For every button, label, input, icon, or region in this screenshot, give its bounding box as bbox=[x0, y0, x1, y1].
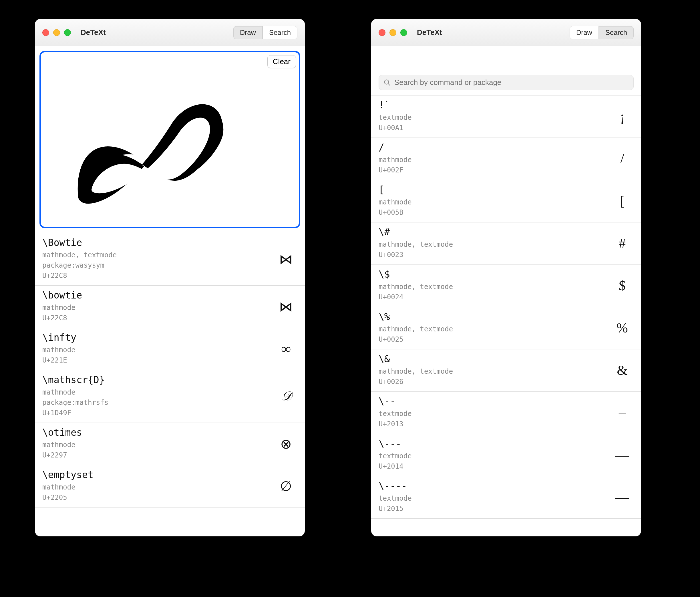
command-label: / bbox=[379, 142, 605, 153]
content-search: !`textmode U+00A1¡/mathmode U+002F/[math… bbox=[371, 46, 641, 537]
app-title: DeTeXt bbox=[81, 28, 106, 37]
command-label: \& bbox=[379, 353, 605, 365]
command-label: \# bbox=[379, 226, 605, 238]
app-window-draw: DeTeXt Draw Search Clear \Bowtiemathmode… bbox=[35, 19, 305, 537]
meta-label: mathmode U+002F bbox=[379, 155, 605, 175]
list-item-text: \$mathmode, textmode U+0024 bbox=[379, 269, 605, 302]
command-label: \$ bbox=[379, 269, 605, 280]
list-item-text: \--textmode U+2013 bbox=[379, 396, 605, 429]
svg-point-0 bbox=[384, 80, 389, 84]
glyph-preview: $ bbox=[611, 278, 634, 293]
meta-label: mathmode, textmode U+0026 bbox=[379, 366, 605, 387]
search-wrap bbox=[371, 46, 641, 95]
list-item[interactable]: \----textmode U+2015― bbox=[371, 476, 641, 519]
meta-label: mathmode package:mathrsfs U+1D49F bbox=[42, 387, 269, 418]
list-item-text: \&mathmode, textmode U+0026 bbox=[379, 353, 605, 387]
list-item[interactable]: \#mathmode, textmode U+0023# bbox=[371, 222, 641, 265]
list-item[interactable]: \emptysetmathmode U+2205∅ bbox=[35, 465, 305, 507]
command-label: \emptyset bbox=[42, 469, 269, 480]
list-item-text: \----textmode U+2015 bbox=[379, 480, 605, 514]
command-label: \mathscr{D} bbox=[42, 374, 269, 385]
list-item[interactable]: \---textmode U+2014— bbox=[371, 434, 641, 476]
list-item[interactable]: \--textmode U+2013– bbox=[371, 392, 641, 434]
app-window-search: DeTeXt Draw Search !`textmode U+00A1¡/ma… bbox=[371, 19, 641, 537]
glyph-preview: ⋈ bbox=[275, 251, 297, 267]
command-label: \Bowtie bbox=[42, 237, 269, 248]
command-label: \% bbox=[379, 311, 605, 322]
glyph-preview: ¡ bbox=[611, 108, 634, 124]
glyph-preview: [ bbox=[611, 193, 634, 209]
zoom-icon[interactable] bbox=[400, 29, 407, 36]
list-item[interactable]: \mathscr{D}mathmode package:mathrsfs U+1… bbox=[35, 370, 305, 423]
zoom-icon[interactable] bbox=[64, 29, 71, 36]
command-label: \--- bbox=[379, 438, 605, 449]
list-item-text: \Bowtiemathmode, textmode package:wasysy… bbox=[42, 237, 269, 281]
command-label: \otimes bbox=[42, 427, 269, 438]
list-item-text: \#mathmode, textmode U+0023 bbox=[379, 226, 605, 260]
traffic-lights bbox=[379, 29, 407, 36]
list-item[interactable]: \otimesmathmode U+2297⊗ bbox=[35, 423, 305, 465]
tab-draw[interactable]: Draw bbox=[233, 26, 262, 39]
mode-tabs: Draw Search bbox=[570, 26, 634, 39]
app-title: DeTeXt bbox=[417, 28, 442, 37]
search-icon bbox=[383, 79, 391, 86]
list-item[interactable]: !`textmode U+00A1¡ bbox=[371, 96, 641, 138]
list-item-text: \mathscr{D}mathmode package:mathrsfs U+1… bbox=[42, 374, 269, 418]
list-item[interactable]: /mathmode U+002F/ bbox=[371, 138, 641, 180]
meta-label: mathmode U+22C8 bbox=[42, 302, 269, 323]
meta-label: textmode U+2015 bbox=[379, 493, 605, 514]
results-list: \Bowtiemathmode, textmode package:wasysy… bbox=[35, 233, 305, 537]
meta-label: mathmode, textmode U+0025 bbox=[379, 324, 605, 345]
mode-tabs: Draw Search bbox=[233, 26, 297, 39]
command-label: \---- bbox=[379, 480, 605, 492]
close-icon[interactable] bbox=[42, 29, 49, 36]
command-label: !` bbox=[379, 99, 605, 111]
minimize-icon[interactable] bbox=[53, 29, 60, 36]
list-item[interactable]: \inftymathmode U+221E∞ bbox=[35, 328, 305, 370]
glyph-preview: ∞ bbox=[275, 341, 297, 356]
drawing-stroke bbox=[41, 52, 299, 227]
minimize-icon[interactable] bbox=[390, 29, 396, 36]
command-label: [ bbox=[379, 184, 605, 195]
meta-label: textmode U+2014 bbox=[379, 451, 605, 471]
glyph-preview: / bbox=[611, 151, 634, 167]
meta-label: textmode U+00A1 bbox=[379, 113, 605, 133]
list-item-text: !`textmode U+00A1 bbox=[379, 99, 605, 133]
list-item[interactable]: \bowtiemathmode U+22C8⋈ bbox=[35, 285, 305, 328]
close-icon[interactable] bbox=[379, 29, 385, 36]
search-field[interactable] bbox=[379, 75, 634, 90]
list-item[interactable]: [mathmode U+005B[ bbox=[371, 180, 641, 222]
tab-draw[interactable]: Draw bbox=[570, 26, 599, 39]
list-item[interactable]: \&mathmode, textmode U+0026& bbox=[371, 349, 641, 392]
list-item[interactable]: \$mathmode, textmode U+0024$ bbox=[371, 265, 641, 307]
canvas-wrap: Clear bbox=[35, 46, 305, 233]
tab-search[interactable]: Search bbox=[262, 26, 297, 39]
tab-search[interactable]: Search bbox=[599, 26, 634, 39]
list-item-text: \%mathmode, textmode U+0025 bbox=[379, 311, 605, 345]
glyph-preview: ― bbox=[611, 489, 634, 505]
list-item[interactable]: \Bowtiemathmode, textmode package:wasysy… bbox=[35, 233, 305, 285]
list-item[interactable]: \%mathmode, textmode U+0025% bbox=[371, 307, 641, 349]
glyph-preview: & bbox=[611, 362, 634, 378]
command-label: \infty bbox=[42, 332, 269, 343]
glyph-preview: ⋈ bbox=[275, 299, 297, 315]
meta-label: mathmode U+221E bbox=[42, 345, 269, 366]
glyph-preview: — bbox=[611, 447, 634, 463]
meta-label: mathmode, textmode U+0023 bbox=[379, 239, 605, 260]
titlebar: DeTeXt Draw Search bbox=[35, 19, 305, 46]
search-input[interactable] bbox=[394, 78, 629, 87]
command-label: \-- bbox=[379, 396, 605, 407]
glyph-preview: # bbox=[611, 235, 634, 251]
list-item-text: \bowtiemathmode U+22C8 bbox=[42, 290, 269, 323]
traffic-lights bbox=[42, 29, 71, 36]
list-item-text: [mathmode U+005B bbox=[379, 184, 605, 218]
list-item-text: /mathmode U+002F bbox=[379, 142, 605, 175]
list-item-text: \otimesmathmode U+2297 bbox=[42, 427, 269, 460]
meta-label: mathmode U+005B bbox=[379, 197, 605, 218]
meta-label: mathmode U+2297 bbox=[42, 440, 269, 460]
glyph-preview: ⊗ bbox=[275, 436, 297, 452]
list-item-text: \emptysetmathmode U+2205 bbox=[42, 469, 269, 503]
content-draw: Clear \Bowtiemathmode, textmode package:… bbox=[35, 46, 305, 537]
command-label: \bowtie bbox=[42, 290, 269, 301]
drawing-canvas[interactable]: Clear bbox=[40, 51, 300, 228]
